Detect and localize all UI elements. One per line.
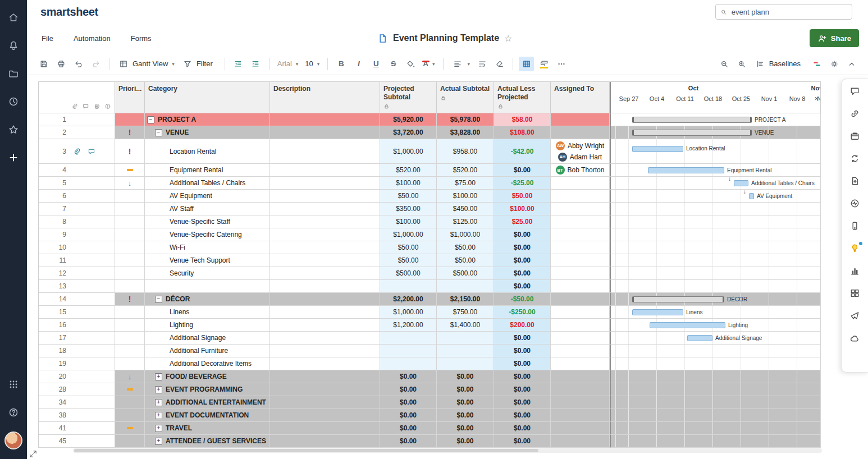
publish-icon[interactable] <box>849 176 860 186</box>
cell-actual-less-projected[interactable]: $0.00 <box>494 254 551 267</box>
cell-description[interactable] <box>270 215 380 228</box>
cell-actual-less-projected[interactable]: $0.00 <box>494 267 551 280</box>
app-logo[interactable]: smartsheet <box>40 6 98 19</box>
cell-actual-less-projected[interactable]: $50.00 <box>494 190 551 203</box>
row-gutter[interactable]: 10 <box>39 241 115 254</box>
row-number[interactable]: 20 <box>42 373 66 380</box>
gantt-row-area[interactable] <box>610 203 821 215</box>
cell-category[interactable]: AV Equipment <box>145 190 270 203</box>
cell-actual[interactable]: $0.00 <box>437 383 494 396</box>
cell-actual[interactable]: $0.00 <box>437 422 494 435</box>
cell-category[interactable]: Security <box>145 267 270 280</box>
underline-icon[interactable]: U <box>368 57 383 71</box>
more-options-icon[interactable] <box>554 57 569 71</box>
cell-actual-less-projected[interactable]: $0.00 <box>494 280 551 293</box>
row-gutter[interactable]: 1 <box>39 113 115 126</box>
cell-description[interactable] <box>270 254 380 267</box>
cell-assigned-to[interactable] <box>551 177 610 190</box>
cell-priority[interactable]: ! <box>115 139 145 164</box>
cell-priority[interactable] <box>115 319 145 332</box>
row-gutter[interactable]: 11 <box>39 254 115 267</box>
cell-actual[interactable]: $450.00 <box>437 203 494 215</box>
cell-category[interactable]: +ADDITIONAL ENTERTAINMENT <box>145 396 270 409</box>
gantt-bar[interactable] <box>632 296 724 302</box>
menu-forms[interactable]: Forms <box>131 34 152 43</box>
expand-toggle[interactable]: + <box>155 412 162 419</box>
cell-projected[interactable]: $500.00 <box>380 267 437 280</box>
menu-file[interactable]: File <box>42 34 53 43</box>
gantt-bar[interactable] <box>648 167 724 173</box>
row-gutter[interactable]: 34 <box>39 396 115 409</box>
collapse-toggle[interactable]: − <box>155 296 162 303</box>
cell-description[interactable] <box>270 409 380 422</box>
nav-help-icon[interactable] <box>0 398 27 426</box>
cell-priority[interactable] <box>115 164 145 177</box>
critical-path-icon[interactable] <box>809 57 824 71</box>
cell-actual-less-projected[interactable]: -$25.00 <box>494 177 551 190</box>
cell-priority[interactable] <box>115 280 145 293</box>
gantt-bar[interactable] <box>632 146 683 152</box>
cell-priority[interactable] <box>115 267 145 280</box>
gantt-row-area[interactable]: Additional Signage <box>610 332 821 345</box>
mobile-icon[interactable] <box>849 221 860 231</box>
cell-description[interactable] <box>270 267 380 280</box>
cell-projected[interactable]: $100.00 <box>380 177 437 190</box>
row-gutter[interactable]: 5 <box>39 177 115 190</box>
gutter-header[interactable] <box>39 82 115 113</box>
expand-toggle[interactable]: + <box>155 373 162 380</box>
cell-category[interactable]: Linens <box>145 306 270 319</box>
cell-actual[interactable]: $750.00 <box>437 306 494 319</box>
cell-priority[interactable] <box>115 383 145 396</box>
search-input[interactable] <box>730 7 847 17</box>
menu-automation[interactable]: Automation <box>74 34 111 43</box>
row-gutter[interactable]: 41 <box>39 422 115 435</box>
column-header-projected-subtotal[interactable]: Projected Subtotal <box>380 82 437 113</box>
row-number[interactable]: 4 <box>42 166 66 174</box>
close-gantt-button[interactable]: × <box>814 94 819 103</box>
row-number[interactable]: 45 <box>42 437 66 445</box>
save-icon[interactable] <box>36 57 51 71</box>
gantt-row-area[interactable]: Lighting <box>610 319 821 332</box>
gantt-row-area[interactable] <box>610 396 821 409</box>
row-number[interactable]: 28 <box>42 385 66 393</box>
row-number[interactable]: 12 <box>42 269 66 277</box>
gantt-row-area[interactable] <box>610 435 821 448</box>
favorite-star-icon[interactable]: ☆ <box>504 33 512 44</box>
cell-projected[interactable]: $100.00 <box>380 215 437 228</box>
cell-priority[interactable] <box>115 241 145 254</box>
activity-log-icon[interactable] <box>849 198 860 209</box>
gantt-header[interactable]: OctNovSep 27Oct 4Oct 11Oct 18Oct 25Nov 1… <box>610 82 821 113</box>
cell-category[interactable]: +EVENT PROGRAMMING <box>145 383 270 396</box>
cell-projected[interactable]: $1,000.00 <box>380 306 437 319</box>
cell-actual[interactable]: $50.00 <box>437 254 494 267</box>
cell-actual[interactable]: $958.00 <box>437 139 494 164</box>
cell-projected[interactable] <box>380 280 437 293</box>
row-gutter[interactable]: 45 <box>39 435 115 448</box>
cell-description[interactable] <box>270 139 380 164</box>
cell-projected[interactable]: $0.00 <box>380 409 437 422</box>
cell-actual[interactable]: $5,978.00 <box>437 113 494 126</box>
cell-description[interactable] <box>270 383 380 396</box>
font-family-dropdown[interactable]: Arial <box>274 58 302 70</box>
cell-actual-less-projected[interactable]: $0.00 <box>494 422 551 435</box>
strikethrough-icon[interactable]: S <box>386 57 401 71</box>
cell-category[interactable]: Lighting <box>145 319 270 332</box>
row-gutter[interactable]: 16 <box>39 319 115 332</box>
italic-icon[interactable]: I <box>351 57 366 71</box>
row-gutter[interactable]: 19 <box>39 357 115 370</box>
update-requests-icon[interactable] <box>849 153 860 164</box>
gantt-bar[interactable] <box>734 180 748 186</box>
cell-assigned-to[interactable]: AWAbby WrightAHAdam Hart <box>551 139 610 164</box>
expand-toggle[interactable]: + <box>155 425 162 432</box>
cell-projected[interactable]: $0.00 <box>380 370 437 383</box>
cell-priority[interactable] <box>115 254 145 267</box>
cell-description[interactable] <box>270 280 380 293</box>
row-gutter[interactable]: 3 <box>39 139 115 164</box>
gridlines-icon[interactable] <box>519 57 534 71</box>
cell-actual-less-projected[interactable]: $100.00 <box>494 203 551 215</box>
cell-assigned-to[interactable] <box>551 357 610 370</box>
cell-assigned-to[interactable] <box>551 126 610 139</box>
cell-assigned-to[interactable] <box>551 383 610 396</box>
cell-assigned-to[interactable] <box>551 228 610 241</box>
gantt-bar[interactable] <box>687 335 712 341</box>
